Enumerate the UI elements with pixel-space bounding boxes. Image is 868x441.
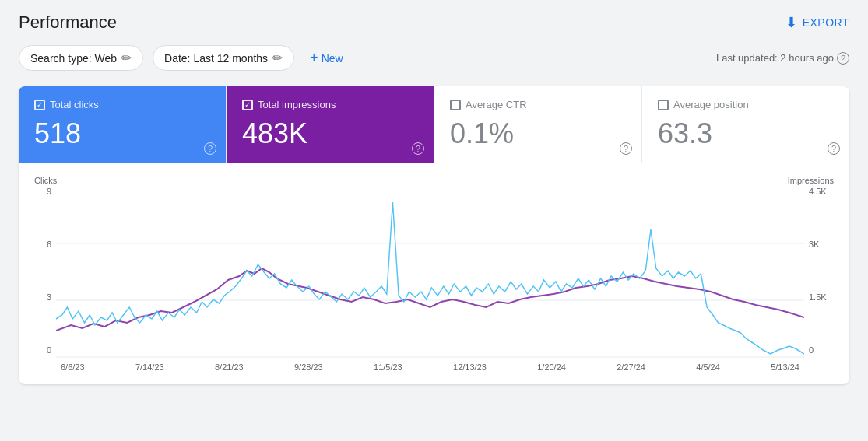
metric-average-position[interactable]: Average position 63.3 ?	[642, 86, 849, 163]
chart-svg	[56, 187, 804, 358]
y-left-0: 9	[34, 187, 51, 196]
clicks-checkbox[interactable]	[34, 100, 45, 110]
date-filter[interactable]: Date: Last 12 months ✏	[153, 45, 294, 71]
edit-icon: ✏	[272, 51, 283, 65]
new-button[interactable]: + New	[304, 45, 350, 71]
x-label-1: 7/14/23	[135, 362, 164, 372]
y-right-1: 3K	[809, 240, 834, 249]
y-right-3: 0	[809, 345, 834, 355]
metric-total-impressions[interactable]: Total impressions 483K ?	[227, 86, 434, 163]
metric-total-clicks[interactable]: Total clicks 518 ?	[19, 86, 227, 163]
x-label-3: 9/28/23	[294, 362, 323, 372]
page-header: Performance ⬇ EXPORT	[19, 12, 849, 33]
metric-average-ctr[interactable]: Average CTR 0.1% ?	[434, 86, 642, 163]
impressions-value: 483K	[242, 117, 418, 150]
y-left-1: 6	[34, 240, 51, 249]
chart-inner	[56, 187, 804, 358]
y-left-3: 0	[34, 345, 51, 355]
clicks-value: 518	[34, 117, 210, 150]
x-label-0: 6/6/23	[61, 362, 85, 372]
impressions-help-icon[interactable]: ?	[412, 142, 424, 155]
x-label-6: 1/20/24	[537, 362, 566, 372]
help-icon[interactable]: ?	[837, 52, 849, 65]
ctr-help-icon[interactable]: ?	[620, 142, 632, 155]
chart-container: Clicks Impressions 9 6 3 0	[19, 163, 849, 384]
y-axis-left: 9 6 3 0	[34, 187, 56, 358]
metric-header-clicks: Total clicks	[34, 99, 210, 110]
position-checkbox[interactable]	[658, 100, 669, 110]
page-title: Performance	[19, 12, 117, 33]
x-label-4: 11/5/23	[374, 362, 402, 372]
metric-header-position: Average position	[658, 99, 834, 110]
x-label-2: 8/21/23	[215, 362, 244, 372]
y-right-2: 1.5K	[809, 292, 834, 302]
impressions-axis-label: Impressions	[788, 176, 834, 185]
metric-header-impressions: Total impressions	[242, 99, 418, 110]
y-left-2: 3	[34, 292, 51, 302]
x-label-7: 2/27/24	[617, 362, 645, 372]
y-axis-right: 4.5K 3K 1.5K 0	[804, 187, 834, 358]
plus-icon: +	[310, 50, 318, 66]
main-card: Total clicks 518 ? Total impressions 483…	[19, 86, 849, 384]
x-label-8: 4/5/24	[696, 362, 720, 372]
export-button[interactable]: ⬇ EXPORT	[785, 14, 849, 31]
clicks-help-icon[interactable]: ?	[204, 142, 216, 155]
ctr-checkbox[interactable]	[450, 100, 461, 110]
impressions-checkbox[interactable]	[242, 100, 253, 110]
toolbar: Search type: Web ✏ Date: Last 12 months …	[19, 45, 849, 71]
x-axis-labels: 6/6/23 7/14/23 8/21/23 9/28/23 11/5/23 1…	[34, 362, 834, 372]
edit-icon: ✏	[121, 51, 132, 65]
chart-axis-top: Clicks Impressions	[34, 176, 834, 185]
x-label-9: 5/13/24	[771, 362, 799, 372]
search-type-filter[interactable]: Search type: Web ✏	[19, 45, 143, 71]
ctr-value: 0.1%	[450, 117, 626, 150]
position-value: 63.3	[658, 117, 834, 150]
metric-header-ctr: Average CTR	[450, 99, 626, 110]
y-right-0: 4.5K	[809, 187, 834, 196]
clicks-axis-label: Clicks	[34, 176, 57, 185]
last-updated: Last updated: 2 hours ago ?	[716, 52, 849, 65]
position-help-icon[interactable]: ?	[828, 142, 840, 155]
metrics-row: Total clicks 518 ? Total impressions 483…	[19, 86, 849, 163]
chart-wrapper: 9 6 3 0	[34, 187, 834, 358]
export-icon: ⬇	[785, 14, 798, 31]
x-label-5: 12/13/23	[453, 362, 487, 372]
